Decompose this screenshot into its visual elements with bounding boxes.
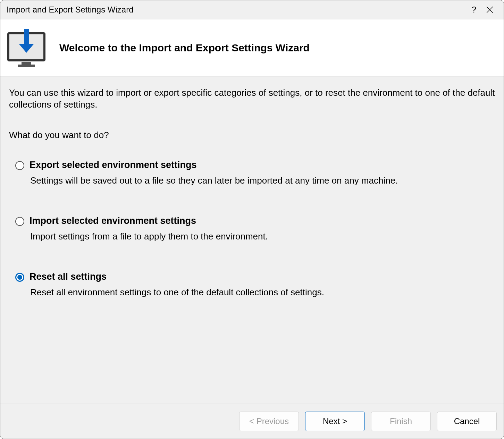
- help-button[interactable]: ?: [466, 5, 482, 15]
- wizard-window: Import and Export Settings Wizard ? Welc…: [0, 0, 504, 439]
- svg-rect-5: [24, 29, 29, 46]
- option-reset-desc: Reset all environment settings to one of…: [30, 287, 495, 298]
- close-button[interactable]: [482, 6, 497, 13]
- option-import-label: Import selected environment settings: [30, 216, 495, 226]
- previous-button[interactable]: < Previous: [239, 412, 299, 431]
- wizard-icon: [4, 25, 49, 70]
- option-import-desc: Import settings from a file to apply the…: [30, 231, 495, 242]
- close-icon: [486, 6, 493, 13]
- option-export-desc: Settings will be saved out to a file so …: [30, 175, 495, 186]
- option-body: Reset all settings Reset all environment…: [30, 271, 495, 298]
- window-title: Import and Export Settings Wizard: [7, 5, 466, 15]
- option-body: Export selected environment settings Set…: [30, 160, 495, 186]
- svg-rect-4: [18, 65, 35, 67]
- cancel-button[interactable]: Cancel: [437, 412, 497, 431]
- svg-rect-3: [22, 62, 31, 65]
- finish-button[interactable]: Finish: [371, 412, 431, 431]
- wizard-header: Welcome to the Import and Export Setting…: [0, 19, 504, 77]
- option-reset[interactable]: Reset all settings Reset all environment…: [15, 271, 495, 298]
- wizard-title: Welcome to the Import and Export Setting…: [59, 42, 310, 54]
- option-reset-label: Reset all settings: [30, 271, 495, 282]
- titlebar: Import and Export Settings Wizard ?: [0, 0, 504, 19]
- option-export-label: Export selected environment settings: [30, 160, 495, 170]
- monitor-download-icon: [6, 27, 47, 69]
- radio-reset[interactable]: [15, 273, 24, 282]
- option-body: Import selected environment settings Imp…: [30, 216, 495, 242]
- wizard-content: You can use this wizard to import or exp…: [0, 77, 504, 404]
- wizard-footer: < Previous Next > Finish Cancel: [0, 404, 504, 439]
- radio-export[interactable]: [15, 161, 24, 170]
- radio-import[interactable]: [15, 217, 24, 226]
- next-button[interactable]: Next >: [305, 412, 365, 431]
- option-export[interactable]: Export selected environment settings Set…: [15, 160, 495, 186]
- options-group: Export selected environment settings Set…: [9, 160, 495, 298]
- option-import[interactable]: Import selected environment settings Imp…: [15, 216, 495, 242]
- prompt-text: What do you want to do?: [9, 130, 495, 141]
- intro-text: You can use this wizard to import or exp…: [9, 87, 495, 111]
